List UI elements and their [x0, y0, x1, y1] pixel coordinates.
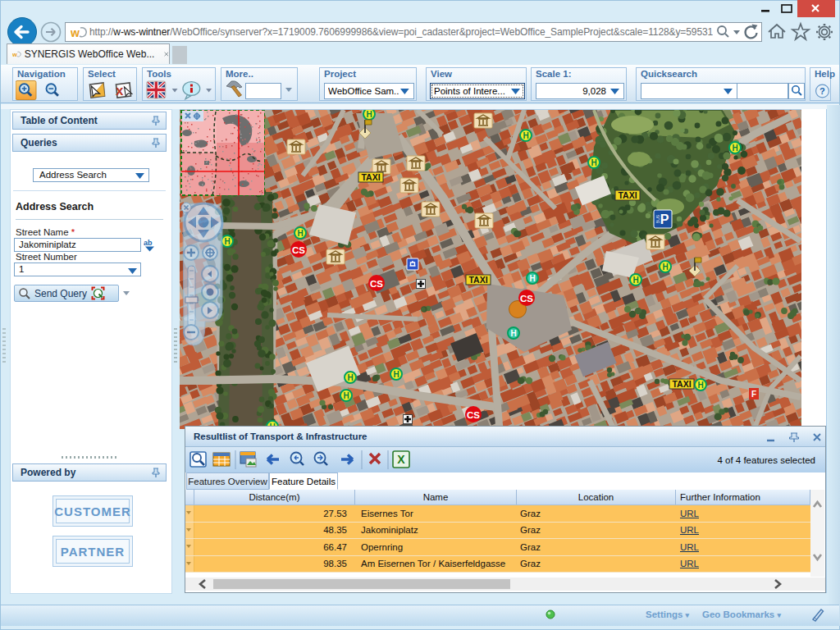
svg-text:4 of 4 features selected: 4 of 4 features selected	[717, 455, 815, 465]
svg-text:w: w	[12, 51, 17, 58]
svg-text:?: ?	[819, 85, 825, 95]
svg-text:x: x	[116, 83, 124, 98]
svg-text:ab: ab	[144, 239, 153, 247]
svg-text:X: X	[397, 453, 405, 466]
svg-text:w: w	[71, 26, 80, 39]
